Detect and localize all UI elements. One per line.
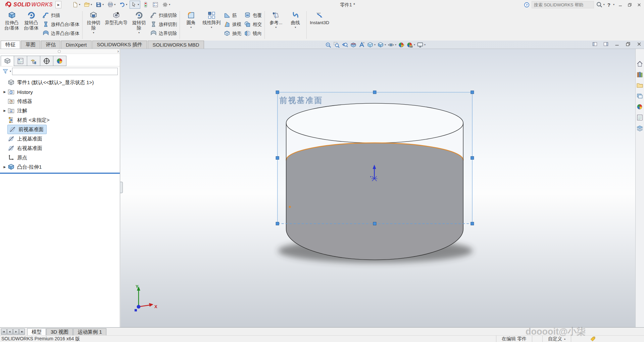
search-button[interactable]: ▾: [596, 1, 605, 8]
tree-item-上视基准面[interactable]: 上视基准面: [0, 134, 120, 144]
extruded-cut-button[interactable]: 拉伸切除▾: [84, 9, 103, 41]
zoom-to-fit-button[interactable]: [325, 41, 332, 49]
filter-input[interactable]: [12, 68, 118, 75]
tree-item-History[interactable]: ▶History: [0, 87, 120, 97]
boundary-cut-button[interactable]: 边界切除: [150, 29, 177, 38]
file-explorer-button[interactable]: [636, 82, 643, 89]
tag-icon[interactable]: [590, 336, 596, 342]
design-library-button[interactable]: [636, 71, 643, 78]
lofted-boss-button[interactable]: 放样凸台/基体: [42, 20, 80, 29]
curves-button[interactable]: 曲线▾: [286, 9, 305, 41]
forum-button[interactable]: [636, 125, 643, 132]
customize-menu[interactable]: 自定义▴: [542, 336, 571, 342]
panel-tab-featuremanager[interactable]: [1, 56, 14, 66]
revolved-boss-base-button[interactable]: 旋转凸台/基体: [21, 9, 41, 41]
tab-草图[interactable]: 草图: [21, 41, 40, 49]
bottom-tab-运动算例-1[interactable]: 运动算例 1: [73, 328, 106, 335]
tree-item-材质-<未指定>[interactable]: 材质 <未指定>: [0, 115, 120, 125]
appearances-scenes-button[interactable]: [636, 103, 643, 110]
tree-item-右视基准面[interactable]: 右视基准面: [0, 144, 120, 153]
print-button[interactable]: ▾: [106, 1, 117, 9]
previous-view-button[interactable]: [341, 41, 349, 49]
section-view-button[interactable]: [350, 41, 357, 49]
tree-item-注解[interactable]: ▶A注解: [0, 106, 120, 115]
bottom-tab-3D-视图[interactable]: 3D 视图: [46, 328, 73, 335]
instant3d-button[interactable]: Instant3D: [308, 9, 331, 41]
lofted-cut-button[interactable]: 放样切割: [150, 20, 177, 29]
tab-SOLIDWORKS 插件[interactable]: SOLIDWORKS 插件: [92, 41, 147, 49]
tab-特征[interactable]: 特征: [1, 41, 20, 49]
panel-tab-configurationmanager[interactable]: [27, 56, 40, 66]
panel-tab-propertymanager[interactable]: [14, 56, 27, 66]
linear-pattern-button[interactable]: 线性阵列▾: [201, 9, 222, 41]
show-pane-right-button[interactable]: [603, 41, 609, 47]
tab-DimXpert[interactable]: DimXpert: [61, 41, 92, 49]
front-plane-selection[interactable]: 前视基准面: [276, 91, 474, 225]
intersect-button[interactable]: 相交: [244, 20, 262, 29]
tab-SOLIDWORKS MBD[interactable]: SOLIDWORKS MBD: [148, 41, 204, 49]
settings-button[interactable]: ▾: [161, 1, 171, 9]
rollback-bar[interactable]: [0, 173, 120, 174]
solidworks-resources-button[interactable]: [636, 60, 643, 67]
edit-appearance-button[interactable]: [398, 41, 405, 49]
reference-geometry-button[interactable]: 参考...▾: [266, 9, 286, 41]
tree-item-凸台-拉伸1[interactable]: ▶凸台-拉伸1: [0, 162, 120, 172]
apply-scene-button[interactable]: ▾: [406, 41, 415, 49]
last-tab-button[interactable]: [19, 329, 25, 335]
rebuild-button[interactable]: [141, 1, 150, 9]
extruded-boss-base-button[interactable]: 拉伸凸台/基体: [2, 9, 21, 41]
new-button[interactable]: ▾: [71, 1, 82, 9]
next-tab-button[interactable]: [13, 329, 19, 335]
display-style-button[interactable]: ▾: [377, 41, 386, 49]
expand-arrow-icon[interactable]: ▶: [2, 165, 7, 169]
boundary-boss-button[interactable]: 边界凸台/基体: [42, 29, 80, 38]
fillet-button[interactable]: 圆角▾: [181, 9, 201, 41]
custom-properties-button[interactable]: [636, 114, 643, 121]
hide-show-items-button[interactable]: ▾: [387, 41, 397, 49]
tab-评估[interactable]: 评估: [41, 41, 60, 49]
zoom-to-area-button[interactable]: [333, 41, 340, 49]
save-button[interactable]: ▾: [94, 1, 105, 9]
tree-item-零件1-(默认<<默认>_显示状态-1>)[interactable]: 零件1 (默认<<默认>_显示状态 1>): [0, 78, 120, 87]
tree-item-原点[interactable]: 原点: [0, 153, 120, 162]
panel-grip-icon[interactable]: [58, 50, 61, 53]
previous-tab-button[interactable]: [7, 329, 13, 335]
bottom-tab-模型[interactable]: 模型: [27, 328, 46, 335]
funnel-icon[interactable]: [2, 68, 9, 75]
select-button[interactable]: ▾: [130, 1, 140, 9]
tree-item-传感器[interactable]: 传感器: [0, 97, 120, 106]
panel-expand-button[interactable]: ›: [117, 49, 119, 54]
annotation-views-button[interactable]: [358, 41, 365, 49]
swept-boss-button[interactable]: 扫描: [42, 11, 80, 20]
tree-item-前视基准面[interactable]: 前视基准面: [0, 125, 120, 134]
undo-button[interactable]: ▾: [118, 1, 129, 9]
open-button[interactable]: ▾: [83, 1, 93, 9]
help-menu-button[interactable]: ?: [607, 2, 611, 8]
search-input[interactable]: [532, 1, 594, 8]
window-restore-button[interactable]: [626, 1, 633, 8]
menu-flyout-button[interactable]: ▶: [55, 1, 61, 8]
doc-close-button[interactable]: [636, 41, 642, 47]
doc-restore-button[interactable]: [625, 41, 631, 47]
view-orientation-button[interactable]: ▾: [366, 41, 376, 49]
viewport[interactable]: 前视基准面 Y X: [120, 49, 635, 327]
panel-tab-dimxpertmanager[interactable]: [40, 56, 53, 66]
shell-button[interactable]: 抽壳: [224, 29, 241, 38]
wrap-button[interactable]: 包覆: [244, 11, 262, 20]
draft-button[interactable]: 拔模: [224, 20, 241, 29]
expand-arrow-icon[interactable]: ▶: [2, 90, 7, 94]
revolved-cut-button[interactable]: 旋转切除▾: [129, 9, 149, 41]
panel-tab-displaymanager[interactable]: [53, 56, 66, 66]
first-tab-button[interactable]: [1, 329, 7, 335]
window-close-button[interactable]: [635, 1, 643, 8]
panel-splitter[interactable]: [120, 182, 123, 193]
hole-wizard-button[interactable]: 异型孔向导: [103, 9, 130, 41]
mirror-button[interactable]: 镜向: [244, 29, 262, 38]
swept-cut-button[interactable]: 扫描切除: [150, 11, 177, 20]
options-list-button[interactable]: [151, 1, 160, 9]
window-minimize-button[interactable]: [616, 1, 624, 8]
view-palette-button[interactable]: [636, 93, 643, 100]
show-pane-left-button[interactable]: [592, 41, 598, 47]
doc-minimize-button[interactable]: [614, 41, 620, 47]
expand-arrow-icon[interactable]: ▶: [2, 109, 7, 112]
